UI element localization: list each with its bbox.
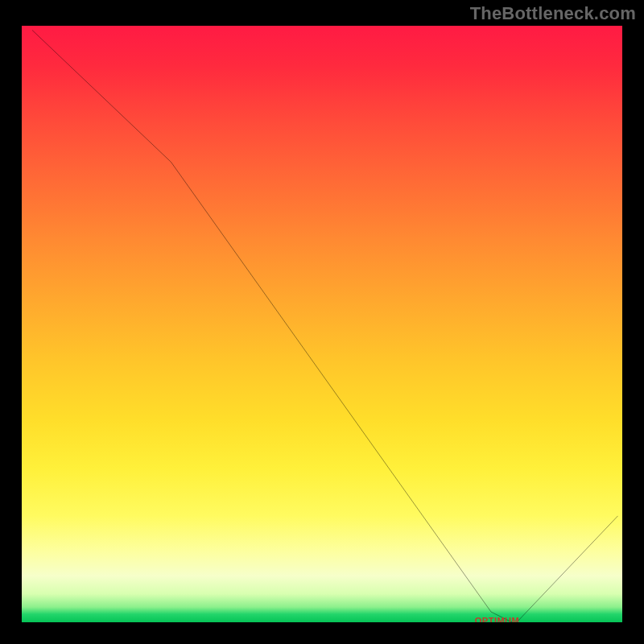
plot-area: OPTIMUM bbox=[20, 24, 624, 624]
axis-border-top bbox=[20, 24, 624, 26]
chart-frame: TheBottleneck.com OPTIMUM bbox=[0, 0, 644, 644]
plot-gradient-bg bbox=[20, 24, 624, 624]
watermark-text: TheBottleneck.com bbox=[470, 3, 636, 24]
axis-border-bottom bbox=[20, 622, 624, 624]
axis-border-right bbox=[622, 24, 624, 624]
axis-border-left bbox=[20, 24, 22, 624]
